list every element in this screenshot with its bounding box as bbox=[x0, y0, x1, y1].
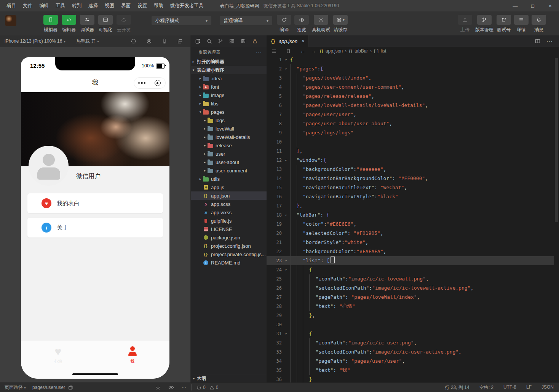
tree-item-pages[interactable]: ▾ pages bbox=[191, 108, 267, 116]
code-line-17[interactable]: 17 }, bbox=[267, 201, 554, 210]
code-line-27[interactable]: 27 "pagePath": "pages/loveWall/index", bbox=[267, 293, 554, 302]
code-line-12[interactable]: 12 › "window":{ bbox=[267, 156, 554, 165]
encoding[interactable]: UTF-8 bbox=[503, 384, 516, 391]
breadcrumb-list[interactable]: [ ]list bbox=[374, 48, 386, 54]
code-line-5[interactable]: 5 "pages/release/release", bbox=[267, 92, 554, 101]
close-button[interactable]: × bbox=[541, 0, 559, 11]
code-line-21[interactable]: 21 "borderStyle":"white", bbox=[267, 238, 554, 247]
screenshot-icon[interactable] bbox=[131, 38, 136, 44]
code-line-3[interactable]: 3 "pages/loveWall/index", bbox=[267, 73, 554, 83]
toolbar-button-layers[interactable]: ▾ 清缓存 bbox=[333, 15, 348, 33]
tree-item-.idea[interactable]: ▸ .idea bbox=[191, 74, 267, 83]
toolbar-button-layout[interactable]: 可视化 bbox=[98, 15, 113, 33]
tree-item-project.config.json[interactable]: {}project.config.json bbox=[191, 242, 267, 250]
menu-item[interactable]: 选择 bbox=[85, 3, 101, 9]
page-path-label[interactable]: 页面路径 ▾ bbox=[5, 384, 26, 391]
tree-item-app.js[interactable]: JSapp.js bbox=[191, 183, 267, 191]
code-line-19[interactable]: 19 "color":"#E6E6E6", bbox=[267, 220, 554, 229]
tree-section-open-editors[interactable]: ▸打开的编辑器 bbox=[191, 57, 267, 66]
code-line-35[interactable]: 35 "text": "我" bbox=[267, 366, 554, 375]
explorer-more-button[interactable]: ··· bbox=[256, 49, 262, 55]
code-editor[interactable]: 1 › { 2 › "pages":[ 3 "pages/loveWall/in… bbox=[267, 55, 554, 382]
indent-setting[interactable]: 空格: 2 bbox=[479, 384, 494, 391]
split-editor-icon[interactable] bbox=[535, 38, 540, 44]
save-icon[interactable] bbox=[240, 38, 247, 44]
toolbar-button-upload[interactable]: 上传 bbox=[458, 15, 472, 33]
tree-item-app.wxss[interactable]: Ξapp.wxss bbox=[191, 208, 267, 217]
menu-item[interactable]: 项目 bbox=[3, 3, 19, 9]
code-line-11[interactable]: 11 ], bbox=[267, 147, 554, 156]
bookmark-icon[interactable] bbox=[286, 49, 291, 54]
code-line-4[interactable]: 4 "pages/user-comment/user-comment", bbox=[267, 83, 554, 92]
toolbar-button-phone[interactable]: 模拟器 bbox=[43, 15, 58, 33]
tree-item-image[interactable]: ▸ image bbox=[191, 91, 267, 99]
copy-path-icon[interactable] bbox=[68, 385, 73, 390]
menu-item[interactable]: 设置 bbox=[134, 3, 150, 9]
code-line-10[interactable]: 10 bbox=[267, 137, 554, 147]
code-line-9[interactable]: 9 "pages/logs/logs" bbox=[267, 128, 554, 137]
menu-item[interactable]: 转到 bbox=[69, 3, 85, 9]
more-dots-icon[interactable] bbox=[134, 82, 150, 84]
language-mode[interactable]: JSON bbox=[541, 384, 554, 391]
code-line-24[interactable]: 24 › { bbox=[267, 265, 554, 274]
miniprogram-capsule[interactable] bbox=[134, 77, 166, 89]
code-line-2[interactable]: 2 › "pages":[ bbox=[267, 64, 554, 73]
toolbar-button-refresh[interactable]: 编译 bbox=[277, 15, 291, 33]
toolbar-button-eye[interactable]: 预览 bbox=[294, 15, 309, 33]
menu-item[interactable]: 文件 bbox=[19, 3, 36, 9]
search-icon[interactable] bbox=[205, 38, 213, 44]
code-line-22[interactable]: 22 "backgroundColor":"#FAFAFA", bbox=[267, 247, 554, 256]
menu-item[interactable]: 工具 bbox=[52, 3, 69, 9]
tab-close-icon[interactable]: × bbox=[302, 38, 305, 44]
eol-setting[interactable]: LF bbox=[526, 384, 532, 391]
code-line-31[interactable]: 31 › { bbox=[267, 329, 554, 338]
problems-indicator[interactable]: 0 0 bbox=[196, 385, 218, 390]
device-frame-icon[interactable] bbox=[162, 38, 167, 44]
tree-item-user-about[interactable]: ▸ user-about bbox=[191, 158, 267, 166]
code-line-20[interactable]: 20 "selectedColor": "#F01905", bbox=[267, 229, 554, 238]
user-avatar-placeholder[interactable] bbox=[29, 146, 69, 186]
tree-item-logs[interactable]: ▸ logs bbox=[191, 116, 267, 124]
record-icon[interactable] bbox=[146, 38, 152, 44]
nav-back-icon[interactable]: ← bbox=[300, 48, 305, 54]
tree-item-project.private.config.js...[interactable]: {}project.private.config.js... bbox=[191, 250, 267, 258]
layout-grid-icon[interactable] bbox=[228, 38, 236, 44]
tree-item-libs[interactable]: ▸ libs bbox=[191, 99, 267, 108]
debug-status-icon[interactable] bbox=[155, 385, 161, 390]
user-avatar[interactable] bbox=[5, 15, 16, 26]
code-line-18[interactable]: 18 › "tabBar": { bbox=[267, 210, 554, 220]
code-line-32[interactable]: 32 "iconPath":"image/ic/ic-user.png", bbox=[267, 338, 554, 347]
code-line-1[interactable]: 1 › { bbox=[267, 55, 554, 64]
tree-item-user[interactable]: ▸ user bbox=[191, 150, 267, 158]
code-line-13[interactable]: 13 "backgroundColor":"#eeeeee", bbox=[267, 165, 554, 174]
multi-window-icon[interactable] bbox=[177, 38, 183, 44]
tree-item-LICENSE[interactable]: LICENSE bbox=[191, 225, 267, 233]
preview-status-icon[interactable] bbox=[168, 385, 174, 390]
code-line-6[interactable]: 6 "pages/loveWall-details/loveWall-detai… bbox=[267, 101, 554, 110]
tree-item-app.scss[interactable]: Sapp.scss bbox=[191, 200, 267, 208]
phone-tab-heart-wall[interactable]: ♥ 心墙 bbox=[21, 341, 95, 379]
toolbar-button-bug[interactable]: 真机调试 bbox=[312, 15, 330, 33]
cursor-position[interactable]: 行 23, 列 14 bbox=[445, 384, 470, 391]
editor-scrollbar[interactable] bbox=[555, 58, 558, 222]
menu-item-my-confession[interactable]: ♥ 我的表白 bbox=[27, 193, 163, 213]
menu-item[interactable]: 微信开发者工具 bbox=[167, 3, 207, 9]
toolbar-button-branch[interactable]: 版本管理 bbox=[475, 15, 494, 33]
mode-dropdown[interactable]: 小程序模式▾ bbox=[152, 16, 211, 25]
code-line-33[interactable]: 33 "selectedIconPath":"image/ic/ic-user-… bbox=[267, 347, 554, 357]
tree-item-app.json[interactable]: {}app.json bbox=[191, 191, 267, 200]
tree-section-project-root[interactable]: ▾表白墙小程序 bbox=[191, 66, 267, 74]
maximize-button[interactable]: □ bbox=[524, 0, 541, 11]
tree-item-package.json[interactable]: package.json bbox=[191, 233, 267, 242]
outline-section[interactable]: ▸大纲 bbox=[191, 374, 267, 382]
tree-item-utils[interactable]: ▸ utils bbox=[191, 175, 267, 183]
outline-list-icon[interactable] bbox=[271, 48, 277, 54]
device-selector[interactable]: iPhone 12/13 (Pro) 100% 16▾ bbox=[5, 38, 65, 44]
nav-forward-icon[interactable]: → bbox=[311, 48, 316, 54]
code-line-28[interactable]: 28 "text": "心墙" bbox=[267, 302, 554, 311]
exit-target-icon[interactable] bbox=[150, 80, 166, 86]
git-branch-icon[interactable] bbox=[217, 38, 224, 44]
editor-more-icon[interactable]: ··· bbox=[546, 38, 553, 44]
code-line-16[interactable]: 16 "navigationBarTextStyle":"black" bbox=[267, 192, 554, 201]
toolbar-button-bell[interactable]: 消息 bbox=[532, 15, 546, 33]
